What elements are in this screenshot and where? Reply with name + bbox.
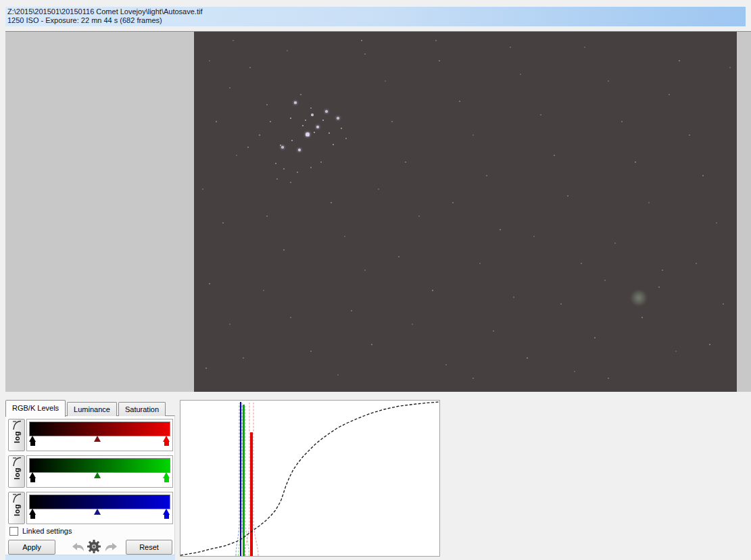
star [298, 149, 301, 151]
star [405, 161, 406, 163]
star [305, 120, 307, 122]
blue-level-slider-panel [26, 492, 173, 524]
star [378, 188, 379, 190]
blue-log-scale-button[interactable]: log [8, 492, 25, 524]
blue-slider-track [30, 509, 170, 521]
star [329, 132, 331, 134]
preview-image[interactable] [194, 32, 737, 392]
star [300, 94, 301, 95]
log-curve-icon [12, 457, 22, 467]
star [540, 114, 541, 116]
star [297, 172, 298, 173]
star [294, 101, 297, 104]
star [412, 324, 413, 325]
star [249, 67, 251, 68]
star [479, 263, 481, 264]
star [584, 47, 585, 48]
star [486, 175, 487, 176]
star [229, 87, 231, 88]
star [291, 140, 293, 142]
processing-tabs: RGB/K Levels Luminance Saturation [5, 400, 167, 416]
red-channel-row: log [0, 419, 176, 451]
star [361, 40, 362, 41]
log-label: log [13, 431, 21, 443]
green-log-scale-button[interactable]: log [8, 455, 25, 488]
star [290, 182, 291, 183]
star [233, 40, 234, 41]
star [351, 310, 352, 311]
star [290, 317, 291, 318]
star [287, 50, 288, 51]
star [337, 374, 339, 376]
redo-button[interactable] [103, 541, 120, 555]
star [608, 80, 609, 82]
red-level-slider-panel [26, 419, 173, 451]
image-info-bar: Z:\2015\201501\20150116 Comet Lovejoy\li… [5, 7, 746, 26]
green-channel-row: log [0, 455, 176, 488]
apply-button[interactable]: Apply [8, 540, 55, 555]
star [222, 222, 224, 224]
star [236, 155, 237, 156]
star [560, 303, 562, 305]
star [608, 378, 609, 379]
star [310, 107, 312, 109]
star [259, 134, 260, 136]
process-settings-button[interactable] [87, 539, 101, 556]
red-log-scale-button[interactable]: log [8, 419, 25, 451]
star [662, 270, 663, 271]
linked-settings-row: Linked settings [9, 526, 72, 536]
star [263, 290, 264, 291]
star [364, 53, 366, 55]
star [302, 125, 304, 127]
tab-rgbk-levels[interactable]: RGB/K Levels [5, 400, 66, 417]
star [209, 60, 210, 61]
star [283, 249, 285, 251]
star [316, 126, 319, 128]
star [283, 168, 285, 170]
star [314, 132, 316, 134]
star [641, 317, 643, 318]
star [567, 195, 568, 197]
star [520, 74, 521, 75]
star [270, 121, 271, 122]
star [216, 121, 217, 122]
star [432, 290, 433, 291]
star [658, 286, 660, 288]
star [202, 188, 203, 190]
star [331, 202, 332, 203]
star [604, 280, 606, 281]
red-gradient-bar [30, 422, 170, 436]
star [635, 161, 636, 163]
star [266, 215, 268, 217]
image-viewer[interactable] [5, 31, 751, 392]
star [510, 47, 511, 48]
star [513, 297, 514, 298]
log-curve-icon [12, 420, 22, 430]
gear-icon [87, 539, 101, 554]
linked-settings-checkbox[interactable] [9, 527, 18, 536]
star [527, 357, 528, 359]
star [281, 146, 284, 149]
star [371, 344, 372, 345]
star [205, 367, 207, 369]
reset-button[interactable]: Reset [126, 540, 172, 555]
star [391, 121, 393, 122]
star [311, 113, 313, 116]
star [322, 120, 324, 122]
star [325, 110, 328, 113]
star [320, 161, 322, 163]
linked-settings-label: Linked settings [22, 527, 72, 535]
blue-channel-row: log [0, 492, 176, 524]
undo-button[interactable] [70, 541, 86, 555]
star [675, 351, 677, 352]
star [702, 175, 704, 176]
tab-luminance[interactable]: Luminance [67, 402, 117, 416]
histogram-chart [180, 401, 439, 556]
log-curve-icon [12, 493, 22, 503]
star [439, 60, 440, 61]
star [398, 256, 399, 257]
star [247, 147, 249, 148]
tab-saturation[interactable]: Saturation [118, 402, 166, 416]
star [229, 324, 231, 325]
comet-blob [630, 289, 648, 307]
